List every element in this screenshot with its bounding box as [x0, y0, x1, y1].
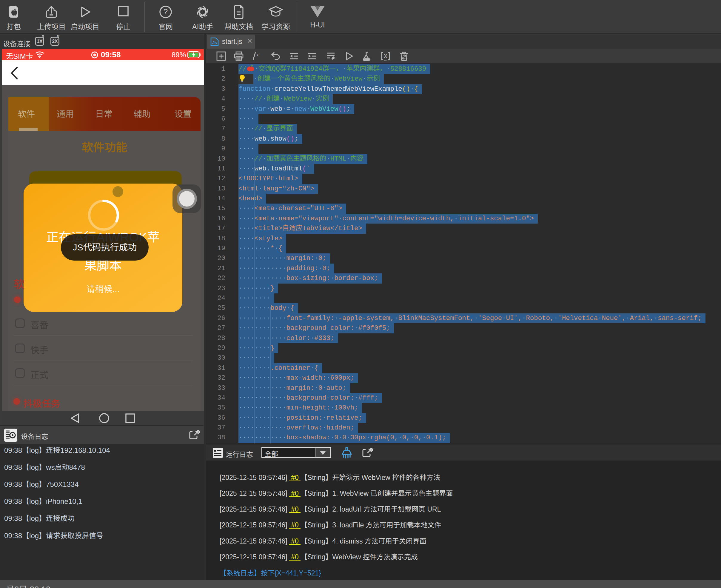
- svg-text:Js: Js: [212, 40, 217, 45]
- svg-text:*: *: [256, 54, 260, 61]
- svg-text:...: ...: [384, 57, 387, 62]
- svg-text:?: ?: [164, 7, 168, 16]
